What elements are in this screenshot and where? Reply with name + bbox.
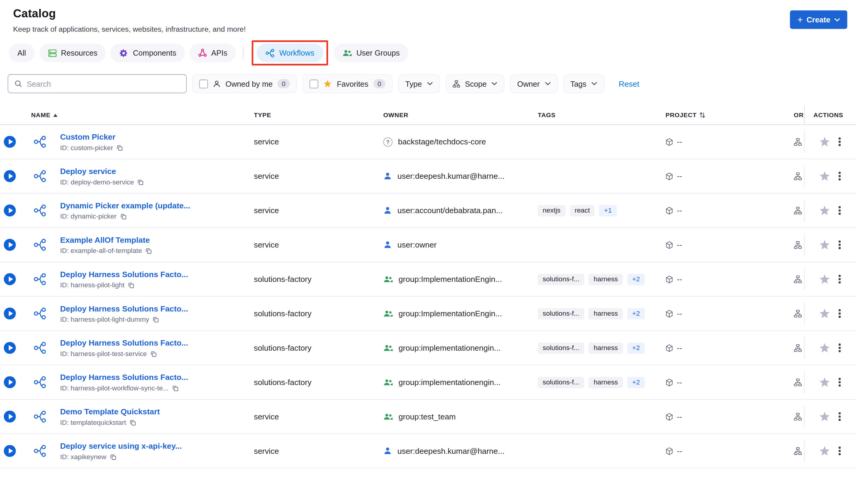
run-cell xyxy=(0,411,33,422)
workflow-name-link[interactable]: Deploy Harness Solutions Facto... xyxy=(60,373,254,381)
tag-chip[interactable]: +2 xyxy=(627,308,645,319)
favorite-star-button[interactable] xyxy=(819,205,830,216)
more-options-button[interactable] xyxy=(837,136,842,147)
run-workflow-button[interactable] xyxy=(4,376,16,388)
favorite-star-button[interactable] xyxy=(819,445,830,456)
tab-components[interactable]: Components xyxy=(110,44,185,62)
copy-icon[interactable] xyxy=(120,213,126,219)
project-cell: -- xyxy=(665,275,794,283)
workflow-name-link[interactable]: Example AllOf Template xyxy=(60,235,254,244)
workflow-icon-cell xyxy=(33,273,60,286)
tab-workflows[interactable]: Workflows xyxy=(257,44,323,62)
favorites-checkbox[interactable] xyxy=(309,79,318,88)
scope-filter-dropdown[interactable]: Scope xyxy=(445,74,504,93)
tag-chip[interactable]: harness xyxy=(589,308,623,319)
tag-chip[interactable]: +2 xyxy=(627,342,645,354)
tags-filter-dropdown[interactable]: Tags xyxy=(563,74,604,93)
create-button[interactable]: + Create xyxy=(790,11,847,29)
search-input[interactable] xyxy=(27,79,180,88)
copy-icon[interactable] xyxy=(116,144,123,151)
reset-filters-link[interactable]: Reset xyxy=(619,79,639,88)
favorite-star-button[interactable] xyxy=(819,136,830,147)
tag-chip[interactable]: harness xyxy=(589,273,623,285)
workflow-name-link[interactable]: Deploy Harness Solutions Facto... xyxy=(60,304,254,313)
copy-icon[interactable] xyxy=(109,453,116,460)
run-workflow-button[interactable] xyxy=(4,273,16,285)
tab-all[interactable]: All xyxy=(9,44,35,62)
tab-resources[interactable]: Resources xyxy=(39,44,106,62)
org-sitemap-icon xyxy=(794,172,802,180)
tag-chip[interactable]: react xyxy=(570,205,595,216)
workflow-name-link[interactable]: Deploy service xyxy=(60,166,254,175)
tag-chip[interactable]: harness xyxy=(589,376,623,388)
favorites-filter[interactable]: Favorites 0 xyxy=(303,74,393,93)
project-cell: -- xyxy=(665,412,794,421)
tag-chip[interactable]: +2 xyxy=(627,273,645,285)
more-options-button[interactable] xyxy=(837,171,842,181)
favorite-star-button[interactable] xyxy=(819,308,830,319)
scope-filter-label: Scope xyxy=(465,79,486,88)
more-options-button[interactable] xyxy=(837,274,842,285)
project-value: -- xyxy=(677,275,682,283)
more-options-button[interactable] xyxy=(837,446,842,456)
type-value: solutions-factory xyxy=(254,378,312,386)
workflow-name-link[interactable]: Custom Picker xyxy=(60,132,254,141)
more-options-button[interactable] xyxy=(837,239,842,250)
favorite-star-button[interactable] xyxy=(819,239,830,250)
column-header-project[interactable]: PROJECT xyxy=(665,106,794,124)
more-options-button[interactable] xyxy=(837,411,842,422)
tag-chip[interactable]: solutions-f... xyxy=(538,376,584,388)
favorite-star-button[interactable] xyxy=(819,171,830,181)
tag-chip[interactable]: solutions-f... xyxy=(538,342,584,354)
run-workflow-button[interactable] xyxy=(4,445,16,457)
favorite-star-button[interactable] xyxy=(819,377,830,388)
search-box[interactable] xyxy=(8,74,187,93)
workflow-name-link[interactable]: Dynamic Picker example (update... xyxy=(60,201,254,210)
favorite-star-button[interactable] xyxy=(819,274,830,285)
owner-filter-dropdown[interactable]: Owner xyxy=(510,74,558,93)
owned-by-me-checkbox[interactable] xyxy=(199,79,208,88)
tab-apis[interactable]: APIs xyxy=(189,44,236,62)
type-filter-dropdown[interactable]: Type xyxy=(398,74,440,93)
workflow-name-link[interactable]: Deploy Harness Solutions Facto... xyxy=(60,270,254,278)
tag-chip[interactable]: solutions-f... xyxy=(538,308,584,319)
project-cell: -- xyxy=(665,138,794,146)
more-options-button[interactable] xyxy=(837,377,842,388)
tag-chip[interactable]: +2 xyxy=(627,376,645,388)
run-workflow-button[interactable] xyxy=(4,170,16,182)
tag-chip[interactable]: harness xyxy=(589,342,623,354)
workflow-name-link[interactable]: Deploy service using x-api-key... xyxy=(60,442,254,450)
favorite-star-button[interactable] xyxy=(819,411,830,422)
org-cell xyxy=(794,206,804,214)
copy-icon[interactable] xyxy=(137,178,144,185)
run-workflow-button[interactable] xyxy=(4,342,16,354)
favorite-star-button[interactable] xyxy=(819,342,830,353)
workflow-name-link[interactable]: Demo Template Quickstart xyxy=(60,407,254,416)
more-options-button[interactable] xyxy=(837,308,842,319)
copy-icon[interactable] xyxy=(172,385,178,391)
run-workflow-button[interactable] xyxy=(4,308,16,320)
tab-user-groups[interactable]: User Groups xyxy=(333,44,409,62)
run-workflow-button[interactable] xyxy=(4,204,16,216)
more-options-button[interactable] xyxy=(837,205,842,216)
tag-chip[interactable]: nextjs xyxy=(538,205,565,216)
column-header-name[interactable]: NAME xyxy=(0,106,254,124)
workflow-name-link[interactable]: Deploy Harness Solutions Facto... xyxy=(60,338,254,347)
copy-icon[interactable] xyxy=(129,419,136,426)
org-cell xyxy=(794,344,804,352)
tag-chip[interactable]: solutions-f... xyxy=(538,273,584,285)
tag-chip[interactable]: +1 xyxy=(599,205,617,216)
user-icon xyxy=(383,206,392,215)
run-workflow-button[interactable] xyxy=(4,136,16,148)
run-workflow-button[interactable] xyxy=(4,239,16,251)
copy-icon[interactable] xyxy=(128,282,134,288)
more-options-button[interactable] xyxy=(837,343,842,353)
run-workflow-button[interactable] xyxy=(4,411,16,422)
copy-icon[interactable] xyxy=(152,316,159,323)
copy-icon[interactable] xyxy=(145,247,152,254)
scope-icon xyxy=(452,80,460,88)
copy-icon[interactable] xyxy=(150,350,157,357)
owner-text: user:account/debabrata.pan... xyxy=(397,206,502,215)
plus-icon: + xyxy=(797,15,803,24)
owned-by-me-filter[interactable]: Owned by me 0 xyxy=(192,74,297,93)
